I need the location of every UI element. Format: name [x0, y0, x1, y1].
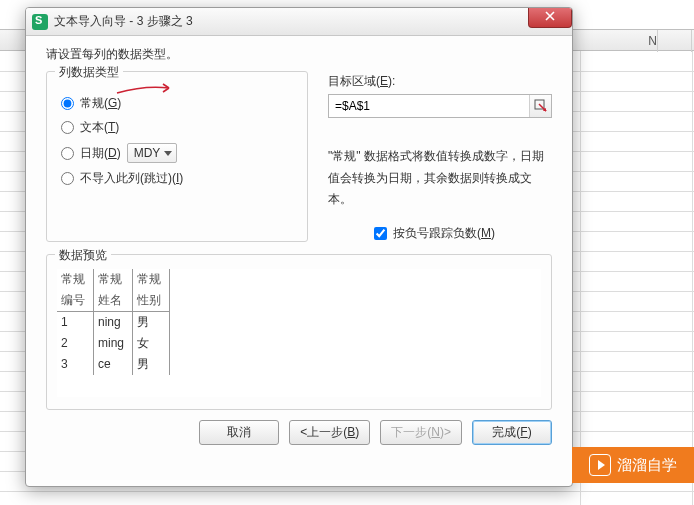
- text-import-wizard-dialog: 文本导入向导 - 3 步骤之 3 请设置每列的数据类型。 列数据类型 常规(G)…: [25, 7, 573, 487]
- radio-general-input[interactable]: [61, 97, 74, 110]
- preview-table: 常规 常规 常规 编号 姓名 性别 1 ning: [57, 269, 170, 375]
- coltype-2[interactable]: 常规: [133, 269, 170, 290]
- target-range-box: [328, 94, 552, 118]
- general-note: "常规" 数据格式将数值转换成数字，日期值会转换为日期，其余数据则转换成文本。: [328, 146, 552, 211]
- coltype-1[interactable]: 常规: [94, 269, 133, 290]
- radio-skip[interactable]: 不导入此列(跳过)(I): [61, 170, 293, 187]
- close-button[interactable]: [528, 8, 572, 28]
- range-picker-button[interactable]: [529, 95, 551, 117]
- annotation-arrow: [115, 82, 177, 96]
- column-type-group: 列数据类型 常规(G) 文本(T) 日期(D) MDY: [46, 71, 308, 242]
- radio-date-input[interactable]: [61, 147, 74, 160]
- target-range-input[interactable]: [329, 99, 529, 113]
- cancel-button[interactable]: 取消: [199, 420, 279, 445]
- play-icon: [589, 454, 611, 476]
- negatives-checkbox-row[interactable]: 按负号跟踪负数(M): [374, 225, 552, 242]
- table-row: 2 ming 女: [57, 333, 170, 354]
- header-2: 性别: [133, 290, 170, 312]
- table-row: 1 ning 男: [57, 311, 170, 333]
- next-button: 下一步(N)>: [380, 420, 462, 445]
- column-header-N[interactable]: N: [614, 30, 692, 52]
- preview-scroll[interactable]: 常规 常规 常规 编号 姓名 性别 1 ning: [57, 269, 541, 397]
- intro-text: 请设置每列的数据类型。: [46, 46, 552, 63]
- radio-general[interactable]: 常规(G): [61, 95, 293, 112]
- table-row: 3 ce 男: [57, 354, 170, 375]
- column-type-legend: 列数据类型: [55, 64, 123, 81]
- radio-text-input[interactable]: [61, 121, 74, 134]
- negatives-checkbox[interactable]: [374, 227, 387, 240]
- titlebar[interactable]: 文本导入向导 - 3 步骤之 3: [26, 8, 572, 36]
- button-row: 取消 <上一步(B) 下一步(N)> 完成(F): [46, 410, 552, 445]
- brand-watermark: 溜溜自学: [572, 447, 694, 483]
- dialog-title: 文本导入向导 - 3 步骤之 3: [54, 13, 528, 30]
- back-button[interactable]: <上一步(B): [289, 420, 370, 445]
- date-format-select[interactable]: MDY: [127, 143, 178, 163]
- data-preview-group: 数据预览 常规 常规 常规 编号 姓名 性别: [46, 254, 552, 410]
- finish-button[interactable]: 完成(F): [472, 420, 552, 445]
- app-icon: [32, 14, 48, 30]
- header-0: 编号: [57, 290, 94, 312]
- coltype-0[interactable]: 常规: [57, 269, 94, 290]
- target-label: 目标区域(E):: [328, 73, 552, 90]
- target-area-group: 目标区域(E): "常规" 数据格式将数值转换成数字，日期值会转换为日期，其余数…: [328, 71, 552, 242]
- radio-date[interactable]: 日期(D) MDY: [61, 143, 293, 163]
- radio-skip-input[interactable]: [61, 172, 74, 185]
- header-1: 姓名: [94, 290, 133, 312]
- preview-legend: 数据预览: [55, 247, 111, 264]
- brand-text: 溜溜自学: [617, 456, 677, 475]
- radio-text[interactable]: 文本(T): [61, 119, 293, 136]
